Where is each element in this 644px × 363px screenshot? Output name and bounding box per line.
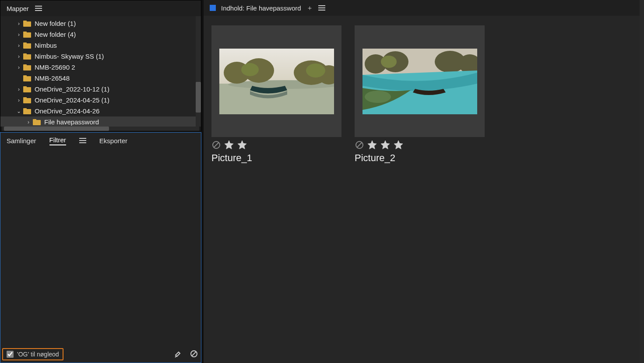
folder-tree-item[interactable]: ›OneDrive_2024-04-25 (1) [0, 95, 201, 106]
folder-label: OneDrive_2024-04-25 (1) [35, 96, 109, 104]
chevron-right-icon[interactable]: › [14, 21, 23, 27]
tab-filtrer[interactable]: Filtrer [49, 136, 66, 145]
star-icon[interactable] [393, 140, 404, 152]
filter-panel: Samlinger Filtrer Eksporter 'OG' til nøg… [0, 132, 201, 363]
folder-icon [33, 119, 41, 125]
folder-icon [23, 97, 31, 103]
filter-footer: 'OG' til nøgleod [0, 346, 201, 363]
thumbnail[interactable] [211, 25, 341, 137]
thumbnail[interactable] [355, 25, 485, 137]
folder-tree-item[interactable]: ›OneDrive_2022-10-12 (1) [0, 84, 201, 95]
chevron-right-icon[interactable]: › [24, 119, 33, 125]
svg-point-28 [365, 91, 391, 103]
pin-icon[interactable] [174, 349, 183, 359]
folders-panel: Mapper ›New folder (1)›New folder (4)›Ni… [0, 0, 201, 131]
vertical-scrollbar[interactable] [640, 0, 644, 363]
star-icon[interactable] [237, 140, 247, 152]
folder-icon [23, 21, 31, 27]
folder-label: OneDrive_2022-10-12 (1) [35, 85, 109, 93]
folder-tree-item[interactable]: ›Nimbus [0, 40, 201, 51]
reject-icon[interactable] [355, 140, 364, 151]
chevron-down-icon[interactable]: ⌄ [14, 108, 23, 114]
content-title: Indhold: File havepassword [221, 4, 301, 12]
folder-tree-item[interactable]: ›File havepassword [0, 116, 201, 127]
svg-point-18 [241, 63, 259, 76]
star-icon[interactable] [224, 140, 234, 152]
svg-line-7 [192, 352, 196, 356]
folder-label: NMB-25690 2 [35, 63, 75, 71]
folder-icon [23, 75, 31, 81]
tab-eksporter[interactable]: Eksporter [99, 137, 127, 144]
item-title: Picture_1 [211, 152, 341, 164]
filter-body [0, 148, 201, 346]
horizontal-scrollbar[interactable] [2, 127, 199, 131]
tab-samlinger[interactable]: Samlinger [7, 137, 36, 144]
svg-line-21 [214, 142, 219, 148]
content-header: Indhold: File havepassword ＋ [204, 0, 644, 16]
folders-panel-header: Mapper [0, 0, 201, 16]
panel-indicator-icon [210, 5, 216, 11]
content-item[interactable]: Picture_2 [355, 25, 485, 164]
folder-label: New folder (4) [35, 31, 76, 38]
folder-label: Nimbus- Skyway SS (1) [35, 53, 104, 60]
chevron-right-icon[interactable]: › [14, 64, 23, 70]
og-keyword-checkbox[interactable]: 'OG' til nøgleod [2, 348, 63, 360]
og-checkbox-label: 'OG' til nøgleod [17, 351, 59, 358]
folders-panel-title: Mapper [7, 5, 29, 12]
filter-tabs: Samlinger Filtrer Eksporter [0, 133, 201, 148]
folder-icon [23, 108, 31, 114]
folder-icon [23, 86, 31, 92]
chevron-right-icon[interactable]: › [14, 42, 23, 49]
hamburger-icon[interactable] [79, 137, 86, 144]
item-title: Picture_2 [355, 152, 485, 164]
svg-line-30 [357, 142, 362, 148]
chevron-right-icon[interactable]: › [14, 97, 23, 103]
folder-tree-item[interactable]: ›Nimbus- Skyway SS (1) [0, 51, 201, 62]
folder-label: File havepassword [44, 118, 99, 126]
add-tab-icon[interactable]: ＋ [306, 4, 313, 12]
folder-tree[interactable]: ›New folder (1)›New folder (4)›Nimbus›Ni… [0, 16, 201, 127]
folder-label: New folder (1) [35, 20, 76, 27]
folder-tree-item[interactable]: ⌄OneDrive_2024-04-26 [0, 106, 201, 116]
folder-label: Nimbus [35, 42, 57, 49]
folder-icon [23, 42, 31, 49]
svg-point-19 [306, 63, 325, 78]
chevron-right-icon[interactable]: › [14, 53, 23, 60]
content-item[interactable]: Picture_1 [211, 25, 341, 164]
hamburger-icon[interactable] [318, 4, 325, 12]
folder-icon [23, 64, 31, 70]
folder-tree-item[interactable]: ›New folder (1) [0, 18, 201, 29]
cancel-icon[interactable] [190, 349, 198, 359]
star-icon[interactable] [367, 140, 377, 152]
item-meta [355, 140, 485, 152]
folder-tree-item[interactable]: ›NMB-25690 2 [0, 62, 201, 73]
chevron-right-icon[interactable]: › [14, 86, 23, 92]
folder-label: NMB-26548 [35, 74, 70, 82]
item-meta [211, 140, 341, 152]
reject-icon[interactable] [211, 140, 221, 151]
folder-tree-item[interactable]: ›NMB-26548 [0, 73, 201, 84]
hamburger-icon[interactable] [35, 5, 42, 12]
vertical-scrollbar[interactable] [196, 16, 201, 127]
content-grid[interactable]: Picture_1 Picture_2 [204, 16, 644, 363]
folder-icon [23, 32, 31, 38]
star-icon[interactable] [380, 140, 391, 152]
chevron-right-icon[interactable]: › [14, 32, 23, 38]
folder-tree-item[interactable]: ›New folder (4) [0, 29, 201, 40]
folder-icon [23, 53, 31, 60]
svg-point-27 [381, 56, 397, 68]
folder-label: OneDrive_2024-04-26 [35, 107, 99, 115]
og-checkbox-input[interactable] [7, 351, 14, 358]
